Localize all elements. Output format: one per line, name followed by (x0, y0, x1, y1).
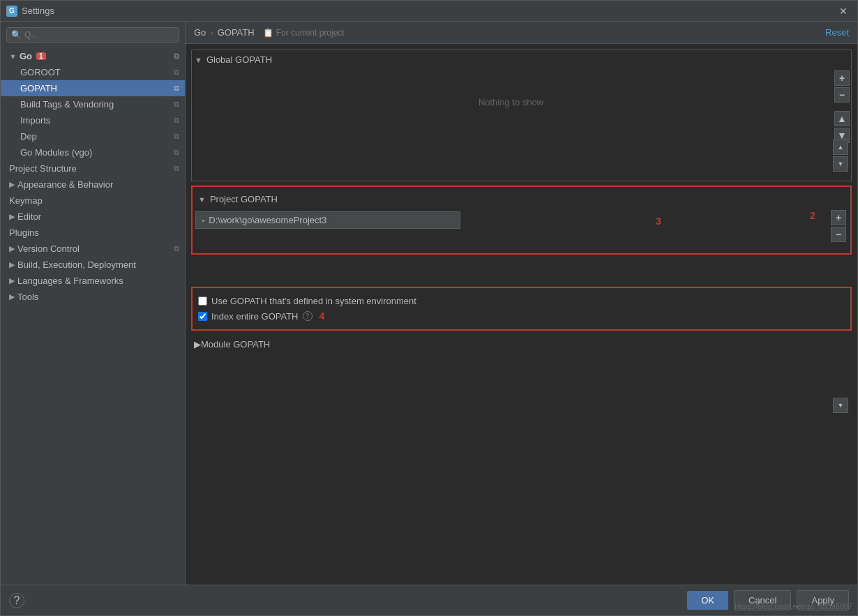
global-up-button[interactable]: ▲ (834, 111, 850, 126)
project-gopath-header[interactable]: ▼ Project GOPATH (195, 190, 848, 209)
sidebar-item-gopath-label: GOPATH (20, 83, 57, 93)
global-gopath-arrow-icon: ▼ (195, 56, 202, 64)
dep-copy-icon: ⧉ (174, 132, 179, 141)
panel-header: Go › GOPATH 📋 For current project Reset (186, 22, 857, 44)
sidebar-item-build-execution-label: Build, Execution, Deployment (17, 260, 136, 270)
sidebar-item-tools[interactable]: ▶ Tools (1, 289, 185, 305)
sidebar-item-version-control-label: Version Control (17, 243, 80, 254)
global-add-button[interactable]: + (834, 70, 850, 86)
global-gopath-title: Global GOPATH (206, 54, 272, 65)
index-gopath-label: Index entire GOPATH (211, 311, 299, 322)
module-gopath-arrow-icon: ▶ (194, 339, 201, 350)
go-arrow-icon: ▼ (9, 52, 17, 61)
project-path-value: D:\work\go\awesomeProject3 (209, 215, 326, 225)
breadcrumb-gopath: GOPATH (218, 27, 255, 38)
index-gopath-checkbox[interactable] (198, 312, 207, 321)
sidebar-item-project-structure-label: Project Structure (9, 163, 77, 174)
main-content: 🔍 ▼ Go 1 ⧉ GOROOT ⧉ GOPATH ⧉ B (1, 22, 857, 585)
title-bar: G Settings ✕ (1, 1, 857, 22)
sidebar-item-dep-label: Dep (20, 131, 37, 142)
editor-arrow-icon: ▶ (9, 212, 15, 221)
gopath-copy-icon: ⧉ (174, 84, 179, 93)
folder-icon: ▪ (202, 216, 204, 225)
project-add-button[interactable]: + (831, 210, 846, 225)
module-gopath-section[interactable]: ▶ Module GOPATH (191, 335, 852, 354)
sidebar-item-project-structure[interactable]: Project Structure ⧉ (1, 160, 185, 176)
global-gopath-controls: + − ▲ ▼ (834, 70, 850, 143)
breadcrumb-go: Go (194, 27, 206, 38)
sidebar-item-build-execution[interactable]: ▶ Build, Execution, Deployment (1, 257, 185, 273)
use-gopath-env-label: Use GOPATH that's defined in system envi… (211, 296, 416, 306)
scroll-down-button[interactable]: ▼ (833, 156, 848, 172)
sidebar-item-editor-label: Editor (17, 211, 41, 222)
sidebar-item-build-tags-label: Build Tags & Vendoring (20, 99, 114, 110)
module-gopath-title: Module GOPATH (201, 339, 270, 350)
project-remove-button[interactable]: − (831, 227, 846, 242)
breadcrumb: Go › GOPATH (194, 27, 255, 38)
global-gopath-body: Nothing to show + − ▲ ▼ (192, 69, 851, 181)
sidebar-item-appearance[interactable]: ▶ Appearance & Behavior (1, 176, 185, 193)
use-gopath-env-checkbox[interactable] (198, 296, 207, 306)
global-gopath-header[interactable]: ▼ Global GOPATH (192, 50, 851, 69)
build-tags-copy-icon: ⧉ (174, 100, 179, 109)
app-icon: G (6, 6, 17, 17)
go-copy-icon: ⧉ (174, 52, 179, 61)
sidebar-item-plugins[interactable]: Plugins (1, 225, 185, 241)
right-panel: Go › GOPATH 📋 For current project Reset … (186, 22, 857, 585)
reset-button[interactable]: Reset (825, 27, 849, 38)
project-path-entry: ▪ D:\work\go\awesomeProject3 (195, 211, 460, 229)
for-current-project-label: For current project (276, 28, 345, 38)
checkboxes-section: Use GOPATH that's defined in system envi… (191, 287, 852, 331)
sidebar-item-version-control[interactable]: ▶ Version Control ⧉ (1, 241, 185, 257)
sidebar-item-go-modules[interactable]: Go Modules (vgo) ⧉ (1, 144, 185, 160)
search-input[interactable] (24, 30, 174, 40)
global-remove-button[interactable]: − (834, 87, 850, 103)
project-scrollbar: ▼ (833, 398, 848, 413)
project-gopath-body: ▪ D:\work\go\awesomeProject3 3 2 + − (195, 209, 848, 250)
version-control-arrow-icon: ▶ (9, 244, 15, 253)
sidebar-item-languages[interactable]: ▶ Languages & Frameworks (1, 273, 185, 289)
go-modules-copy-icon: ⧉ (174, 148, 179, 157)
goroot-copy-icon: ⧉ (174, 68, 179, 77)
spacer (191, 259, 852, 287)
sidebar-item-goroot[interactable]: GOROOT ⧉ (1, 64, 185, 80)
search-icon: 🔍 (11, 30, 22, 40)
right-scrollbar: ▲ ▼ (833, 140, 848, 172)
sidebar-item-imports[interactable]: Imports ⧉ (1, 112, 185, 128)
close-button[interactable]: ✕ (835, 4, 852, 18)
index-gopath-row: Index entire GOPATH ? 4 (198, 308, 845, 324)
sidebar-item-editor[interactable]: ▶ Editor (1, 209, 185, 225)
footer: ? OK Cancel Apply https://blog.csdn.net/… (1, 585, 857, 615)
scroll-up-button[interactable]: ▲ (833, 140, 848, 155)
search-box[interactable]: 🔍 (6, 27, 179, 43)
help-icon[interactable]: ? (303, 311, 313, 321)
for-current-project: 📋 For current project (263, 28, 345, 38)
use-gopath-env-row: Use GOPATH that's defined in system envi… (198, 294, 845, 308)
project-path-row: ▪ D:\work\go\awesomeProject3 (195, 209, 822, 232)
sidebar-item-gopath[interactable]: GOPATH ⧉ (1, 80, 185, 96)
project-gopath-section: ▼ Project GOPATH ▪ D:\work\go\awesomePro… (191, 186, 852, 255)
nothing-to-show: Nothing to show (192, 69, 830, 135)
tools-arrow-icon: ▶ (9, 292, 15, 301)
sidebar-item-go[interactable]: ▼ Go 1 ⧉ (1, 48, 185, 64)
proj-scroll-down-button[interactable]: ▼ (833, 398, 848, 413)
ok-button[interactable]: OK (687, 591, 728, 610)
help-button[interactable]: ? (9, 593, 24, 608)
sidebar-item-appearance-label: Appearance & Behavior (17, 179, 113, 190)
settings-window: G Settings ✕ 🔍 ▼ Go 1 ⧉ GOROOT ⧉ (0, 0, 858, 616)
sidebar-item-build-tags[interactable]: Build Tags & Vendoring ⧉ (1, 96, 185, 112)
project-gopath-arrow-icon: ▼ (198, 195, 206, 204)
sidebar-item-keymap-label: Keymap (9, 195, 43, 206)
project-gopath-controls: 2 + − (831, 210, 846, 242)
proj-icon: 📋 (263, 28, 273, 38)
sidebar-item-plugins-label: Plugins (9, 227, 39, 238)
sidebar-item-keymap[interactable]: Keymap (1, 193, 185, 209)
appearance-arrow-icon: ▶ (9, 180, 15, 189)
global-gopath-section: ▼ Global GOPATH Nothing to show + − ▲ ▼ (191, 50, 852, 181)
sidebar: 🔍 ▼ Go 1 ⧉ GOROOT ⧉ GOPATH ⧉ B (1, 22, 186, 585)
build-execution-arrow-icon: ▶ (9, 260, 15, 269)
languages-arrow-icon: ▶ (9, 276, 15, 285)
sidebar-item-dep[interactable]: Dep ⧉ (1, 128, 185, 144)
imports-copy-icon: ⧉ (174, 116, 179, 125)
project-gopath-title: Project GOPATH (210, 194, 278, 204)
